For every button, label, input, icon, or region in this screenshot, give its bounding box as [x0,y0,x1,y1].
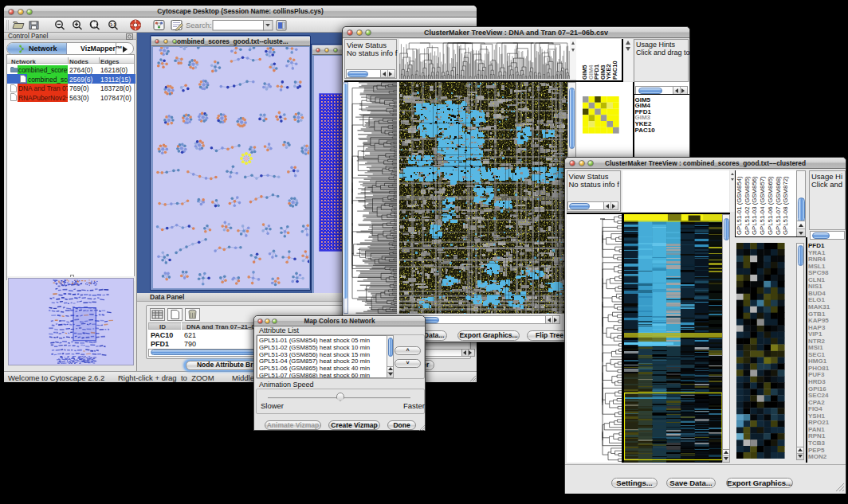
svg-text:GPL51-08 (GSM872): GPL51-08 (GSM872) [782,176,789,235]
svg-text:GPL51-06 (GSM865): GPL51-06 (GSM865) [767,176,774,235]
svg-text:GPL51-01 (GSM854): GPL51-01 (GSM854) [736,176,743,235]
svg-text:1:1: 1:1 [110,22,116,27]
svg-text:Search:: Search: [186,21,212,29]
svg-text:PAC10: PAC10 [611,61,618,80]
svg-text:GPL51-02 (GSM855): GPL51-02 (GSM855) [744,176,751,235]
svg-text:GPL51-07 (GSM868): GPL51-07 (GSM868) [775,176,782,235]
svg-text:GPL51-03 (GSM856): GPL51-03 (GSM856) [751,176,758,235]
svg-text:GPL51-04 (GSM857): GPL51-04 (GSM857) [759,176,766,235]
